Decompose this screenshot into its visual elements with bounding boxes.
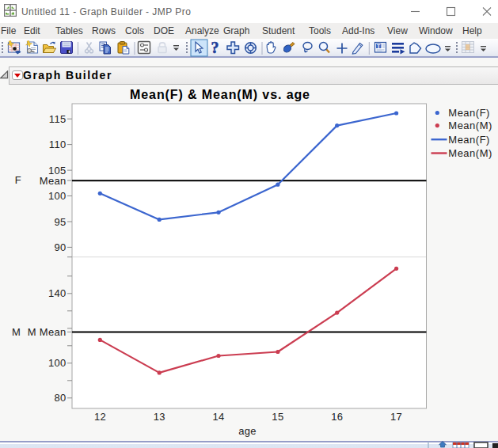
svg-text:Mean(F): Mean(F) xyxy=(448,107,490,119)
svg-text:Mean(M): Mean(M) xyxy=(448,120,492,131)
svg-text:140: 140 xyxy=(48,287,67,299)
svg-text:M: M xyxy=(12,326,21,338)
svg-text:100: 100 xyxy=(48,190,67,202)
svg-text:110: 110 xyxy=(49,139,67,150)
svg-text:age: age xyxy=(238,425,257,437)
svg-text:15: 15 xyxy=(272,411,283,423)
svg-text:14: 14 xyxy=(213,411,225,423)
svg-text:13: 13 xyxy=(154,411,165,423)
svg-text:M Mean: M Mean xyxy=(28,326,67,338)
svg-text:Mean: Mean xyxy=(40,175,67,187)
svg-text:Mean(F): Mean(F) xyxy=(448,134,490,146)
svg-text:16: 16 xyxy=(331,411,343,423)
svg-text:Mean(M): Mean(M) xyxy=(448,147,492,159)
svg-text:115: 115 xyxy=(49,113,67,125)
svg-text:12: 12 xyxy=(94,411,106,423)
svg-text:100: 100 xyxy=(48,357,67,369)
svg-text:80: 80 xyxy=(54,392,66,404)
svg-text:17: 17 xyxy=(390,411,402,423)
svg-text:Mean(F) & Mean(M) vs. age: Mean(F) & Mean(M) vs. age xyxy=(130,88,310,101)
svg-text:F: F xyxy=(15,174,21,186)
svg-text:90: 90 xyxy=(54,241,66,253)
svg-text:95: 95 xyxy=(54,216,66,228)
